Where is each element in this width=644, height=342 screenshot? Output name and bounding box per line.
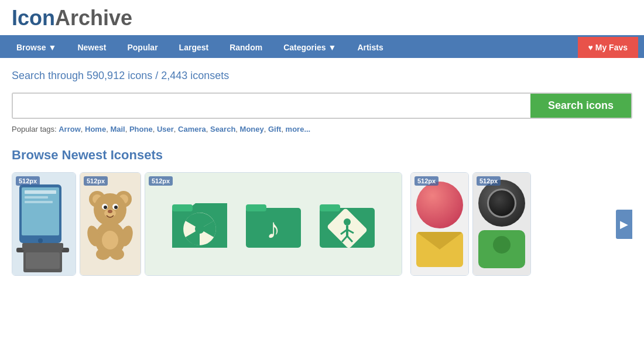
group-divider	[406, 172, 410, 276]
svg-point-26	[110, 248, 124, 260]
folder-radiation	[167, 196, 232, 252]
teddy-icon	[85, 186, 135, 262]
tag-search[interactable]: Search	[210, 125, 235, 134]
categories-arrow-icon: ▼	[328, 43, 337, 52]
tag-arrow[interactable]: Arrow	[59, 125, 81, 134]
device-icon	[16, 179, 72, 275]
svg-rect-7	[22, 243, 63, 250]
px-badge: 512px	[16, 176, 40, 186]
svg-point-24	[102, 231, 118, 249]
svg-rect-2	[25, 190, 56, 194]
svg-rect-3	[25, 196, 48, 199]
nav-random[interactable]: Random	[219, 37, 273, 58]
px-badge-misc2: 512px	[477, 176, 501, 186]
search-container: Search icons	[12, 93, 632, 119]
card-icons-folders: ♪	[145, 173, 402, 275]
iconset-card-folders[interactable]: 512px	[145, 172, 402, 276]
tag-gift[interactable]: Gift	[268, 125, 281, 134]
main-nav: Browse ▼ Newest Popular Largest Random C…	[0, 37, 644, 58]
nav-myfavs[interactable]: ♥ My Favs	[578, 37, 638, 58]
folder-person-icon	[315, 196, 379, 252]
svg-rect-34	[246, 204, 266, 211]
tag-user[interactable]: User	[157, 125, 174, 134]
nav-browse[interactable]: Browse ▼	[6, 37, 67, 58]
tag-mail[interactable]: Mail	[110, 125, 125, 134]
card-icons-misc2	[473, 173, 530, 275]
search-input[interactable]	[13, 94, 530, 118]
svg-rect-4	[25, 201, 53, 203]
main-content: Search through 590,912 icons / 2,443 ico…	[0, 58, 644, 288]
logo-icon-part: Icon	[12, 6, 55, 30]
iconset-card-misc1[interactable]: 512px	[410, 172, 469, 276]
iconset-card-misc2[interactable]: 512px	[472, 172, 531, 276]
yellow-envelope-icon	[416, 232, 463, 267]
nav-newest[interactable]: Newest	[67, 37, 117, 58]
tag-more[interactable]: more...	[286, 125, 311, 134]
nav-categories[interactable]: Categories ▼	[273, 37, 347, 58]
header: IconArchive	[0, 0, 644, 37]
tag-phone[interactable]: Phone	[129, 125, 153, 134]
popular-tags: Popular tags: Arrow, Home, Mail, Phone, …	[12, 125, 632, 134]
tag-home[interactable]: Home	[85, 125, 106, 134]
chevron-right-icon: ▶	[620, 218, 628, 231]
iconset-card-teddy[interactable]: 512px	[80, 172, 141, 276]
svg-point-25	[96, 248, 110, 260]
scroll-next-button[interactable]: ▶	[616, 210, 632, 239]
pink-ball-icon	[416, 182, 463, 228]
card-icons-teddy	[80, 173, 141, 275]
svg-rect-9	[26, 252, 60, 269]
folder-music-icon: ♪	[241, 196, 306, 252]
logo-archive-part: Archive	[55, 6, 132, 30]
folder-music: ♪	[241, 196, 306, 252]
browse-newest-title: Browse Newest Iconsets	[12, 148, 632, 163]
svg-point-20	[108, 210, 112, 213]
svg-point-18	[114, 206, 118, 209]
nav-largest[interactable]: Largest	[169, 37, 220, 58]
green-bubble-icon	[478, 230, 525, 268]
px-badge-misc1: 512px	[415, 176, 439, 186]
tag-money[interactable]: Money	[240, 125, 264, 134]
svg-point-5	[38, 238, 43, 243]
browse-arrow-icon: ▼	[49, 43, 57, 52]
nav-artists[interactable]: Artists	[347, 37, 393, 58]
svg-point-39	[344, 218, 351, 225]
dark-cylinder-icon	[478, 180, 525, 227]
tagline: Search through 590,912 icons / 2,443 ico…	[12, 70, 632, 82]
card-icons-misc1	[411, 173, 468, 275]
svg-rect-37	[320, 204, 340, 211]
iconset-card-device[interactable]: 512px	[12, 172, 76, 276]
nav-popular[interactable]: Popular	[117, 37, 168, 58]
px-badge-folders: 512px	[149, 176, 173, 186]
folder-person	[315, 196, 379, 252]
folder-radiation-icon	[167, 196, 232, 252]
svg-rect-1	[22, 187, 59, 235]
tag-camera[interactable]: Camera	[178, 125, 206, 134]
iconset-grid: 512px	[12, 172, 632, 276]
search-button[interactable]: Search icons	[530, 94, 631, 118]
card-icons-device	[12, 173, 76, 275]
px-badge-teddy: 512px	[84, 176, 108, 186]
svg-text:♪: ♪	[266, 213, 280, 244]
svg-point-32	[195, 224, 204, 234]
svg-rect-29	[172, 204, 193, 211]
popular-tags-label: Popular tags:	[12, 125, 59, 134]
logo[interactable]: IconArchive	[12, 6, 132, 30]
svg-point-17	[104, 206, 107, 209]
